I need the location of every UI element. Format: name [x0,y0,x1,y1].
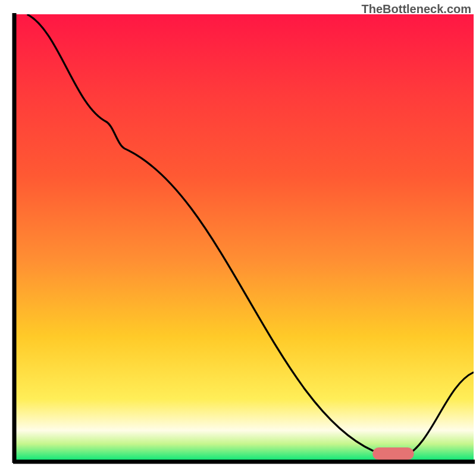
chart-container: TheBottleneck.com [0,0,476,476]
chart-svg [0,0,476,476]
plot-background [14,14,474,462]
optimal-range-marker [372,447,414,460]
watermark-text: TheBottleneck.com [362,2,471,16]
